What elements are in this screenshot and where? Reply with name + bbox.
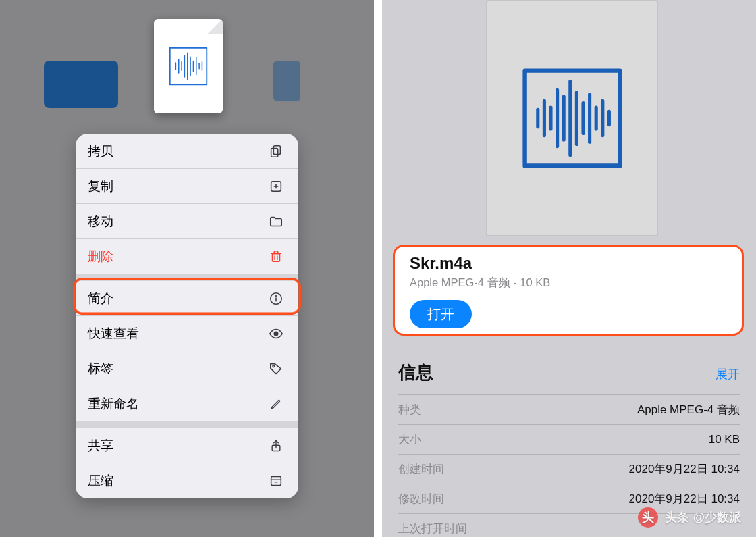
menu-label: 重新命名: [88, 395, 139, 413]
metadata-row-size: 大小 10 KB: [398, 424, 740, 454]
right-panel: Skr.m4a Apple MPEG-4 音频 - 10 KB 打开 信息 展开…: [382, 0, 756, 537]
menu-item-getinfo[interactable]: 简介: [76, 281, 298, 316]
left-panel: 拷贝 复制 移动 删除 简介: [0, 0, 374, 537]
share-icon: [267, 438, 285, 453]
menu-item-quicklook[interactable]: 快速查看: [76, 316, 298, 351]
menu-item-copy[interactable]: 拷贝: [76, 134, 298, 169]
svg-point-32: [276, 295, 277, 296]
svg-point-34: [273, 365, 275, 367]
folder-icon: [267, 214, 285, 229]
info-section-header: 信息 展开: [398, 361, 740, 384]
menu-label: 复制: [88, 178, 113, 195]
menu-item-tags[interactable]: 标签: [76, 351, 298, 386]
meta-value: 2020年9月22日 10:34: [629, 461, 740, 477]
copy-icon: [267, 144, 285, 159]
meta-key: 种类: [398, 402, 421, 417]
menu-separator: [76, 274, 298, 281]
meta-key: 大小: [398, 432, 421, 447]
menu-label: 共享: [88, 437, 113, 455]
meta-key: 创建时间: [398, 461, 444, 477]
svg-rect-36: [271, 477, 281, 486]
file-preview-thumbnail: [154, 19, 223, 113]
expand-link[interactable]: 展开: [716, 366, 740, 382]
open-button[interactable]: 打开: [410, 300, 472, 328]
menu-separator: [76, 421, 298, 428]
menu-label: 标签: [88, 360, 113, 378]
menu-label: 拷贝: [88, 143, 113, 160]
watermark-text: 头条 @少数派: [665, 509, 741, 526]
metadata-row-kind: 种类 Apple MPEG-4 音频: [398, 394, 740, 424]
meta-value: 10 KB: [709, 433, 740, 446]
menu-item-share[interactable]: 共享: [76, 428, 298, 463]
meta-value: 2020年9月22日 10:34: [629, 491, 740, 507]
context-menu: 拷贝 复制 移动 删除 简介: [76, 134, 298, 498]
info-icon: [267, 291, 285, 306]
panel-divider: [374, 0, 382, 537]
info-section-title: 信息: [398, 361, 433, 384]
watermark: 头 头条 @少数派: [638, 507, 741, 528]
menu-item-delete[interactable]: 删除: [76, 239, 298, 274]
duplicate-icon: [267, 179, 285, 194]
eye-icon: [267, 326, 285, 341]
menu-label: 删除: [88, 248, 113, 265]
menu-item-move[interactable]: 移动: [76, 204, 298, 239]
audio-waveform-icon: [167, 45, 209, 87]
svg-rect-27: [273, 253, 280, 261]
menu-label: 移动: [88, 213, 113, 230]
trash-icon: [267, 249, 285, 264]
svg-rect-22: [273, 145, 280, 154]
meta-value: Apple MPEG-4 音频: [637, 402, 740, 417]
meta-key: 上次打开时间: [398, 521, 467, 536]
svg-point-33: [274, 332, 278, 336]
menu-item-duplicate[interactable]: 复制: [76, 169, 298, 204]
menu-item-rename[interactable]: 重新命名: [76, 386, 298, 421]
menu-label: 压缩: [88, 472, 113, 490]
meta-key: 修改时间: [398, 491, 444, 507]
file-subtitle: Apple MPEG-4 音频 - 10 KB: [410, 276, 727, 290]
menu-label: 快速查看: [88, 325, 139, 342]
toutiao-logo-icon: 头: [638, 507, 658, 528]
tag-icon: [267, 361, 285, 376]
file-info-card: Skr.m4a Apple MPEG-4 音频 - 10 KB 打开: [393, 245, 744, 336]
file-name: Skr.m4a: [410, 254, 727, 273]
archive-icon: [267, 474, 285, 488]
svg-rect-23: [271, 148, 278, 157]
metadata-row-created: 创建时间 2020年9月22日 10:34: [398, 454, 740, 484]
menu-item-compress[interactable]: 压缩: [76, 463, 298, 498]
pencil-icon: [267, 397, 285, 411]
menu-label: 简介: [88, 290, 113, 307]
